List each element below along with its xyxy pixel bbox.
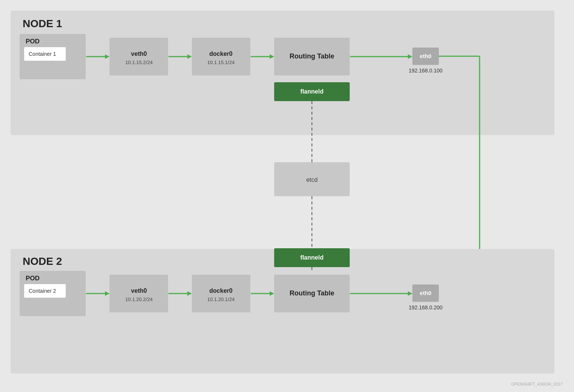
svg-rect-6 [110, 38, 168, 75]
node1-container1-label: Container 1 [29, 51, 56, 57]
node2-veth0-title: veth0 [131, 287, 147, 294]
svg-rect-9 [192, 38, 250, 75]
svg-rect-27 [20, 271, 86, 316]
svg-rect-34 [192, 275, 250, 312]
svg-rect-12 [274, 38, 350, 75]
node2-docker0-title: docker0 [209, 287, 232, 294]
svg-rect-25 [274, 248, 350, 267]
svg-marker-8 [187, 54, 192, 59]
svg-rect-2 [20, 34, 86, 79]
node2-container2-label: Container 2 [29, 288, 56, 294]
node1-docker0-ip: 10.1.15.1/24 [207, 60, 235, 65]
etcd-label: etcd [306, 177, 318, 183]
svg-rect-1 [11, 11, 554, 135]
svg-marker-15 [408, 54, 412, 59]
node2-flanneld-label: flanneld [300, 254, 323, 261]
svg-rect-28 [24, 284, 66, 298]
node1-eth0-ip: 192.168.0.100 [409, 68, 443, 74]
svg-rect-31 [110, 275, 168, 312]
svg-marker-30 [105, 291, 110, 296]
svg-rect-40 [412, 284, 439, 302]
svg-rect-0 [0, 0, 574, 392]
svg-marker-5 [105, 54, 110, 59]
node2-veth0-ip: 10.1.20.2/24 [125, 297, 153, 302]
node2-label: NODE 2 [23, 255, 62, 267]
node1-eth0-label: eth0 [420, 53, 432, 59]
node1-routing-table-title: Routing Table [290, 52, 335, 60]
node2-routing-table-title: Routing Table [290, 289, 335, 297]
svg-rect-13 [274, 82, 350, 101]
node2-docker0-ip: 10.1.20.1/24 [207, 297, 235, 302]
svg-rect-16 [412, 48, 439, 65]
svg-rect-3 [24, 47, 66, 61]
svg-rect-22 [274, 162, 350, 196]
node2-eth0-ip: 192.168.0.200 [409, 304, 443, 311]
svg-marker-33 [187, 291, 192, 296]
svg-marker-20 [435, 332, 440, 336]
node2-eth0-label: eth0 [420, 290, 432, 296]
svg-rect-37 [274, 275, 350, 312]
node1-pod-label: POD [26, 38, 40, 45]
watermark: OPENSHIFT_436034_0317 [511, 382, 563, 386]
node1-docker0-title: docker0 [209, 51, 232, 57]
node1-flanneld-label: flanneld [300, 88, 323, 95]
node2-pod-label: POD [26, 275, 40, 282]
svg-marker-11 [270, 54, 274, 59]
svg-rect-24 [11, 249, 554, 374]
node1-veth0-ip: 10.1.15.2/24 [125, 60, 153, 65]
node1-label: NODE 1 [23, 18, 62, 29]
svg-marker-36 [270, 291, 274, 296]
svg-marker-39 [408, 291, 412, 296]
node1-veth0-title: veth0 [131, 51, 147, 57]
